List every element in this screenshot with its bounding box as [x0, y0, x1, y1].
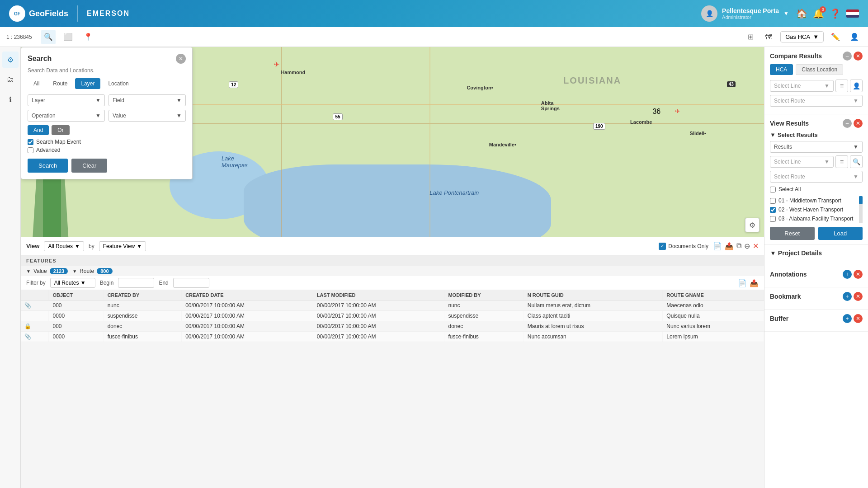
advanced-checkbox[interactable] — [28, 147, 33, 153]
clear-button[interactable]: Clear — [71, 159, 107, 173]
view-select-route-dropdown[interactable]: Select Route ▼ — [770, 171, 863, 183]
compare-select-line-label: Select Line — [774, 83, 801, 89]
reset-button[interactable]: Reset — [770, 227, 815, 240]
map-settings-button[interactable]: ⚙ — [745, 218, 760, 232]
feature-view-dropdown[interactable]: Feature View ▼ — [99, 241, 146, 251]
select-all-row: Select All — [770, 185, 863, 193]
route-checkbox-01[interactable] — [770, 198, 776, 204]
compare-select-route-dropdown[interactable]: Select Route ▼ — [770, 95, 863, 107]
view-minus-button[interactable]: – — [843, 119, 852, 128]
annotations-close-button[interactable]: ✕ — [854, 270, 863, 279]
notification-icon[interactable]: 🔔 3 — [813, 8, 824, 19]
search-close-button[interactable]: ✕ — [176, 54, 186, 64]
compare-minus-button[interactable]: – — [843, 52, 852, 61]
filter-export-icon[interactable]: 📄 — [738, 279, 747, 287]
results-list-container: 01 - Middletown Transport02 - West Haven… — [770, 196, 863, 223]
select-all-checkbox[interactable] — [770, 187, 776, 192]
home-icon[interactable]: 🏠 — [796, 8, 807, 19]
route-checkbox-02[interactable] — [770, 207, 776, 213]
sidebar-layers-icon[interactable]: 🗂 — [2, 71, 19, 88]
layer-chevron: ▼ — [95, 97, 101, 103]
filter-import-icon[interactable]: 📤 — [750, 279, 759, 287]
all-routes-dropdown[interactable]: All Routes ▼ — [44, 241, 84, 251]
compare-close-button[interactable]: ✕ — [854, 52, 863, 61]
begin-input[interactable] — [118, 278, 154, 288]
project-details-toggle[interactable]: ▼ Project Details — [770, 249, 822, 257]
map-container[interactable]: Hammond Covington• Mandeville• AbitaSpri… — [21, 47, 764, 237]
hca-tab[interactable]: HCA — [770, 64, 793, 75]
annotations-plus-button[interactable]: + — [843, 270, 852, 279]
bookmark-plus-button[interactable]: + — [843, 292, 852, 301]
view-close-button[interactable]: ✕ — [854, 119, 863, 128]
documents-only-label: Documents Only — [668, 243, 708, 249]
search-map-event-checkbox[interactable] — [28, 139, 33, 145]
layers-icon[interactable]: ⊞ — [743, 30, 758, 44]
row-icon-cell: 🔒 — [21, 321, 49, 332]
field-dropdown[interactable]: Field ▼ — [108, 94, 186, 106]
sidebar-info-icon[interactable]: ℹ — [2, 91, 19, 108]
class-location-tab[interactable]: Class Location — [796, 64, 843, 75]
buffer-section: Buffer + ✕ — [764, 310, 868, 332]
rectangle-tool-icon[interactable]: ⬜ — [61, 30, 75, 44]
export-icon[interactable]: 📄 — [713, 242, 722, 250]
compare-lines-icon[interactable]: ≡ — [835, 80, 848, 92]
person-icon[interactable]: 👤 — [847, 30, 862, 44]
value-dropdown[interactable]: Value ▼ — [108, 110, 186, 122]
bottom-panel: View All Routes ▼ by Feature View ▼ ✓ Do… — [21, 237, 764, 488]
view-search-icon[interactable]: 🔍 — [850, 155, 863, 168]
search-tool-icon[interactable]: 🔍 — [41, 30, 56, 44]
header: GF GeoFields EMERSON 👤 Pellentesque Port… — [0, 0, 868, 27]
buffer-actions: + ✕ — [843, 314, 863, 323]
row-created-date: 00/00/2017 10:00:00 AM — [182, 332, 313, 342]
minus-circle-icon[interactable]: ⊖ — [744, 242, 750, 250]
value-label: Value — [113, 113, 126, 119]
city-covington: Covington• — [467, 85, 493, 90]
col-last-modified: LAST MODIFIED — [313, 290, 444, 300]
row-modified-by: suspendisse — [444, 311, 524, 321]
load-button[interactable]: Load — [818, 227, 863, 240]
row-created-by: nunc — [104, 300, 181, 311]
layer-dropdown[interactable]: Layer ▼ — [28, 94, 105, 106]
operation-dropdown[interactable]: Operation ▼ — [28, 110, 105, 122]
row-created-date: 00/00/2017 10:00:00 AM — [182, 300, 313, 311]
row-n-route-guid: Class aptent taciti — [524, 311, 663, 321]
view-select-line-dropdown[interactable]: Select Line ▼ — [770, 156, 834, 168]
results-scrollbar[interactable] — [859, 196, 863, 223]
help-icon[interactable]: ❓ — [830, 8, 841, 19]
row-icon-cell — [21, 311, 49, 321]
by-label: by — [89, 243, 94, 249]
duplicate-icon[interactable]: ⧉ — [736, 242, 741, 250]
bookmark-title: Bookmark — [770, 293, 801, 300]
row-object: 0000 — [49, 332, 104, 342]
route-checkbox-03[interactable] — [770, 216, 776, 222]
compare-search-icon[interactable]: 👤 — [850, 80, 863, 92]
tab-all[interactable]: All — [28, 78, 45, 89]
view-lines-icon[interactable]: ≡ — [835, 155, 848, 168]
buffer-close-button[interactable]: ✕ — [854, 314, 863, 323]
bookmark-close-button[interactable]: ✕ — [854, 292, 863, 301]
and-button[interactable]: And — [28, 125, 49, 135]
or-button[interactable]: Or — [52, 125, 69, 135]
buffer-plus-button[interactable]: + — [843, 314, 852, 323]
road-vertical — [281, 47, 282, 237]
user-menu[interactable]: 👤 Pellentesque Porta Administrator ▼ — [701, 5, 789, 22]
pin-tool-icon[interactable]: 📍 — [81, 30, 95, 44]
compare-select-line-dropdown[interactable]: Select Line ▼ — [770, 80, 834, 92]
search-button[interactable]: Search — [28, 159, 68, 173]
gas-hca-dropdown[interactable]: Gas HCA ▼ — [780, 31, 824, 42]
end-input[interactable] — [173, 278, 209, 288]
results-dropdown[interactable]: Results ▼ — [770, 141, 863, 153]
sidebar-settings-icon[interactable]: ⚙ — [2, 52, 19, 68]
tab-location[interactable]: Location — [102, 78, 134, 89]
close-panel-icon[interactable]: ✕ — [753, 242, 759, 250]
documents-only-checkbox[interactable]: ✓ — [659, 243, 666, 250]
map-icon[interactable]: 🗺 — [761, 30, 776, 44]
tab-layer[interactable]: Layer — [75, 78, 100, 89]
data-table-scroll[interactable]: OBJECT CREATED BY CREATED DATE LAST MODI… — [21, 290, 764, 488]
filter-routes-dropdown[interactable]: All Routes ▼ — [50, 278, 95, 288]
edit-icon[interactable]: ✏️ — [828, 30, 843, 44]
tab-route[interactable]: Route — [47, 78, 73, 89]
import-icon[interactable]: 📤 — [725, 242, 734, 250]
row-last-modified: 00/00/2017 10:00:00 AM — [313, 311, 444, 321]
header-right: 👤 Pellentesque Porta Administrator ▼ 🏠 🔔… — [701, 5, 859, 22]
